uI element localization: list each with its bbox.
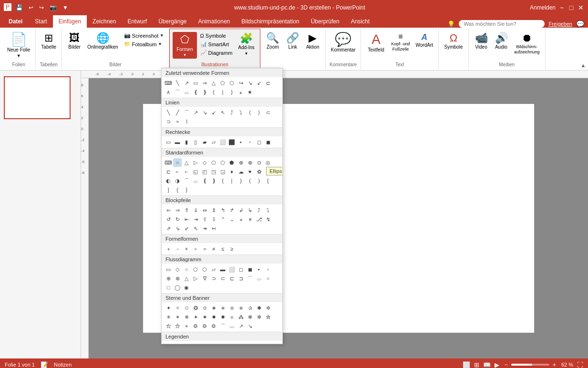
- shape-item[interactable]: {: [209, 88, 218, 96]
- close-btn[interactable]: ✕: [578, 4, 584, 11]
- shape-formula[interactable]: ＝: [200, 245, 209, 253]
- shape-star[interactable]: ✹: [218, 313, 227, 321]
- tab-datei[interactable]: Datei: [2, 15, 29, 28]
- shape-legend[interactable]: 🗫: [209, 342, 218, 344]
- shape-std[interactable]: ◲: [218, 167, 227, 176]
- shape-arrow[interactable]: ⇘: [173, 224, 182, 233]
- shape-item[interactable]: }: [227, 88, 236, 96]
- shape-std[interactable]: }: [237, 176, 245, 185]
- shape-star[interactable]: ✩: [182, 304, 191, 312]
- shape-std[interactable]: ⌒: [182, 176, 191, 185]
- shape-rect[interactable]: ▭: [164, 138, 173, 146]
- shape-rect[interactable]: ▪: [237, 138, 245, 146]
- shape-std[interactable]: ✿: [255, 167, 263, 176]
- shape-std[interactable]: ◐: [164, 176, 173, 185]
- shape-linie[interactable]: ⤵: [237, 108, 245, 117]
- audio-btn[interactable]: 🔊 Audio: [492, 31, 511, 51]
- shape-star[interactable]: ✶: [191, 313, 200, 321]
- shape-std[interactable]: ]: [164, 185, 173, 194]
- shape-formula[interactable]: ≥: [227, 245, 236, 253]
- shape-std[interactable]: ⬡: [218, 158, 227, 167]
- shape-linie[interactable]: ↙: [209, 108, 218, 117]
- shape-flow[interactable]: ▪: [255, 265, 263, 274]
- kopf-fusszeile-btn[interactable]: ≡ Kopf- undFußzeile: [389, 31, 412, 53]
- shape-linie[interactable]: ⤴: [227, 108, 236, 117]
- shape-star[interactable]: ✫: [200, 304, 209, 312]
- link-btn[interactable]: 🔗 Link: [283, 31, 302, 51]
- shape-rect[interactable]: ▮: [182, 138, 191, 146]
- aktion-btn[interactable]: ▶ Aktion: [303, 31, 322, 51]
- shape-arrow[interactable]: ⌃: [218, 215, 227, 224]
- shape-arrow[interactable]: ⎇: [255, 215, 263, 224]
- shape-banner[interactable]: ↗: [237, 322, 245, 330]
- shape-flow[interactable]: ⊕: [164, 274, 173, 283]
- shape-star[interactable]: ✪: [191, 304, 200, 312]
- shape-arrow[interactable]: ⇑: [182, 206, 191, 215]
- shape-star[interactable]: ✵: [182, 313, 191, 321]
- shape-arrow[interactable]: ⇧: [200, 215, 209, 224]
- shape-std[interactable]: ☁: [237, 167, 245, 176]
- shape-arrow[interactable]: ⇤: [182, 215, 191, 224]
- zoom-btn[interactable]: 🔍 Zoom: [263, 31, 282, 51]
- comment-icon[interactable]: 💬: [576, 20, 584, 28]
- tab-bildschirm[interactable]: Bildschirmpräsentation: [236, 15, 305, 28]
- neue-folie-btn[interactable]: 📄 Neue Folie ▼: [5, 31, 32, 60]
- shape-std[interactable]: ⊗: [246, 158, 254, 167]
- quick-settings-icon[interactable]: ▼: [61, 3, 70, 12]
- tab-uebergaenge[interactable]: Übergänge: [153, 15, 192, 28]
- shape-arrow[interactable]: ⇕: [209, 206, 218, 215]
- shape-formula[interactable]: ≠: [209, 245, 218, 253]
- tab-ansicht[interactable]: Ansicht: [345, 15, 375, 28]
- shape-std[interactable]: ♦: [227, 167, 236, 176]
- shape-formula[interactable]: ×: [182, 245, 191, 253]
- view-reading-icon[interactable]: 📖: [483, 361, 491, 368]
- shape-formula[interactable]: －: [173, 245, 182, 253]
- shape-legend[interactable]: 💬: [164, 342, 173, 344]
- shape-arrow[interactable]: ↠: [200, 224, 209, 233]
- help-search-input[interactable]: [459, 20, 545, 28]
- addon-btn[interactable]: 🧩 Add-Ins ▼: [236, 32, 257, 57]
- shape-legend[interactable]: 🗪: [200, 342, 209, 344]
- shape-flow[interactable]: ○: [264, 274, 272, 283]
- tab-zeichnen[interactable]: Zeichnen: [87, 15, 122, 28]
- shape-item[interactable]: ⇒: [200, 79, 209, 87]
- shape-item[interactable]: ⌓: [182, 88, 191, 96]
- textfeld-btn[interactable]: A Textfeld: [364, 31, 388, 54]
- fit-screen-icon[interactable]: ⛶: [577, 361, 583, 368]
- shape-star[interactable]: ✱: [255, 304, 263, 312]
- shape-flow[interactable]: ◉: [182, 283, 191, 292]
- shape-std[interactable]: ): [255, 176, 263, 185]
- shape-item[interactable]: △: [209, 79, 218, 87]
- shape-banner[interactable]: ⌒: [218, 322, 227, 330]
- shape-flow[interactable]: ◻: [237, 265, 245, 274]
- symbole-btn2[interactable]: Ω Symbole: [442, 31, 465, 51]
- tab-ueberpruefen[interactable]: Überprüfen: [305, 15, 345, 28]
- kommentar-btn[interactable]: 💬 Kommentar: [329, 31, 358, 54]
- shape-item[interactable]: ⌨: [164, 79, 173, 87]
- shape-star[interactable]: ✼: [255, 313, 263, 321]
- shape-arrow[interactable]: ⌅: [237, 215, 245, 224]
- shape-std[interactable]: {: [173, 185, 182, 194]
- shape-linie[interactable]: ↘: [200, 108, 209, 117]
- shape-flow[interactable]: ◇: [173, 265, 182, 274]
- shape-arrow[interactable]: ⇩: [209, 215, 218, 224]
- shape-arrow[interactable]: ⇔: [200, 206, 209, 215]
- shape-item[interactable]: ⁎: [237, 88, 245, 96]
- shape-flow[interactable]: ⊗: [173, 274, 182, 283]
- shape-flow[interactable]: ⬡: [200, 265, 209, 274]
- shape-std[interactable]: }: [182, 185, 191, 194]
- shape-arrow[interactable]: ↰: [218, 206, 227, 215]
- shape-std[interactable]: ◳: [209, 167, 218, 176]
- shape-star[interactable]: ✬: [209, 304, 218, 312]
- shape-flow[interactable]: ⬠: [191, 265, 200, 274]
- shape-linie[interactable]: ↗: [191, 108, 200, 117]
- shape-std[interactable]: ⌨: [164, 158, 173, 167]
- shape-arrow[interactable]: ⇒: [173, 206, 182, 215]
- shape-arrow[interactable]: ⇓: [191, 206, 200, 215]
- shape-arrow[interactable]: ↢: [209, 224, 218, 233]
- wordart-btn[interactable]: A WordArt: [413, 31, 436, 50]
- shape-rect[interactable]: ▫: [246, 138, 254, 146]
- formen-btn[interactable]: ⬠ Formen ▼: [173, 32, 196, 59]
- fotoalbum-btn[interactable]: 📁 Fotoalbum ▼: [122, 40, 166, 48]
- shape-rect[interactable]: ◼: [264, 138, 272, 146]
